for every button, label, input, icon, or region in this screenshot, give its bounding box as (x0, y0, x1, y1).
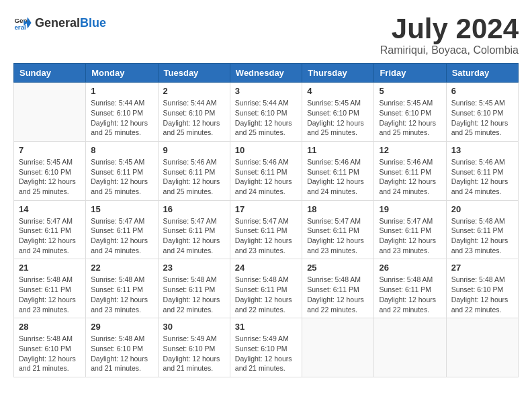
calendar-cell: 24Sunrise: 5:48 AMSunset: 6:11 PMDayligh… (230, 259, 302, 318)
day-info: Sunrise: 5:48 AMSunset: 6:11 PMDaylight:… (307, 275, 369, 314)
calendar-cell: 23Sunrise: 5:48 AMSunset: 6:11 PMDayligh… (158, 259, 230, 318)
weekday-header-friday: Friday (374, 64, 446, 83)
day-info: Sunrise: 5:48 AMSunset: 6:11 PMDaylight:… (379, 275, 441, 314)
calendar-cell: 6Sunrise: 5:45 AMSunset: 6:10 PMDaylight… (446, 83, 518, 142)
calendar-cell: 22Sunrise: 5:48 AMSunset: 6:11 PMDayligh… (86, 259, 158, 318)
location-subtitle: Ramiriqui, Boyaca, Colombia (380, 44, 519, 56)
calendar-cell: 2Sunrise: 5:44 AMSunset: 6:10 PMDaylight… (158, 83, 230, 142)
calendar-header-row: SundayMondayTuesdayWednesdayThursdayFrid… (14, 64, 519, 83)
calendar-cell: 7Sunrise: 5:45 AMSunset: 6:10 PMDaylight… (14, 141, 86, 200)
day-number: 10 (235, 145, 297, 155)
weekday-header-wednesday: Wednesday (230, 64, 302, 83)
calendar-cell: 26Sunrise: 5:48 AMSunset: 6:11 PMDayligh… (374, 259, 446, 318)
day-number: 22 (91, 263, 152, 273)
page-header: Gen eral GeneralBlue July 2024 Ramiriqui… (13, 13, 519, 56)
calendar-week-row: 21Sunrise: 5:48 AMSunset: 6:11 PMDayligh… (14, 259, 519, 318)
calendar-cell (446, 318, 518, 377)
day-info: Sunrise: 5:44 AMSunset: 6:10 PMDaylight:… (163, 98, 225, 138)
calendar-cell: 15Sunrise: 5:47 AMSunset: 6:11 PMDayligh… (86, 200, 158, 259)
calendar-cell: 25Sunrise: 5:48 AMSunset: 6:11 PMDayligh… (302, 259, 374, 318)
day-info: Sunrise: 5:45 AMSunset: 6:10 PMDaylight:… (379, 98, 441, 138)
day-info: Sunrise: 5:47 AMSunset: 6:11 PMDaylight:… (163, 216, 225, 256)
calendar-week-row: 7Sunrise: 5:45 AMSunset: 6:10 PMDaylight… (14, 141, 519, 200)
calendar-cell: 11Sunrise: 5:46 AMSunset: 6:11 PMDayligh… (302, 141, 374, 200)
calendar-table: SundayMondayTuesdayWednesdayThursdayFrid… (13, 63, 519, 377)
day-number: 29 (91, 322, 152, 332)
weekday-header-sunday: Sunday (14, 64, 86, 83)
day-number: 7 (19, 145, 81, 155)
day-number: 21 (19, 263, 81, 273)
day-number: 16 (163, 204, 225, 214)
calendar-week-row: 28Sunrise: 5:48 AMSunset: 6:10 PMDayligh… (14, 318, 519, 377)
weekday-header-monday: Monday (86, 64, 158, 83)
day-info: Sunrise: 5:45 AMSunset: 6:10 PMDaylight:… (451, 98, 513, 138)
day-number: 14 (19, 204, 81, 214)
day-info: Sunrise: 5:47 AMSunset: 6:11 PMDaylight:… (235, 216, 297, 256)
calendar-cell: 8Sunrise: 5:45 AMSunset: 6:11 PMDaylight… (86, 141, 158, 200)
calendar-cell: 20Sunrise: 5:48 AMSunset: 6:11 PMDayligh… (446, 200, 518, 259)
main-title: July 2024 (380, 13, 519, 44)
calendar-cell: 5Sunrise: 5:45 AMSunset: 6:10 PMDaylight… (374, 83, 446, 142)
day-info: Sunrise: 5:44 AMSunset: 6:10 PMDaylight:… (91, 98, 152, 138)
day-info: Sunrise: 5:47 AMSunset: 6:11 PMDaylight:… (307, 216, 369, 256)
calendar-cell: 16Sunrise: 5:47 AMSunset: 6:11 PMDayligh… (158, 200, 230, 259)
day-info: Sunrise: 5:48 AMSunset: 6:11 PMDaylight:… (451, 216, 513, 256)
day-info: Sunrise: 5:46 AMSunset: 6:11 PMDaylight:… (379, 157, 441, 197)
day-info: Sunrise: 5:48 AMSunset: 6:10 PMDaylight:… (91, 334, 152, 373)
calendar-cell: 21Sunrise: 5:48 AMSunset: 6:11 PMDayligh… (14, 259, 86, 318)
calendar-cell: 10Sunrise: 5:46 AMSunset: 6:11 PMDayligh… (230, 141, 302, 200)
calendar-cell (14, 83, 86, 142)
day-number: 13 (451, 145, 513, 155)
logo-general-text: GeneralBlue (35, 16, 106, 30)
day-number: 26 (379, 263, 441, 273)
calendar-cell: 28Sunrise: 5:48 AMSunset: 6:10 PMDayligh… (14, 318, 86, 377)
calendar-cell: 27Sunrise: 5:48 AMSunset: 6:10 PMDayligh… (446, 259, 518, 318)
day-info: Sunrise: 5:48 AMSunset: 6:10 PMDaylight:… (19, 334, 81, 373)
logo: Gen eral GeneralBlue (13, 13, 106, 32)
day-info: Sunrise: 5:47 AMSunset: 6:11 PMDaylight:… (19, 216, 81, 256)
day-number: 17 (235, 204, 297, 214)
day-number: 4 (307, 86, 369, 96)
weekday-header-thursday: Thursday (302, 64, 374, 83)
day-number: 25 (307, 263, 369, 273)
calendar-cell: 29Sunrise: 5:48 AMSunset: 6:10 PMDayligh… (86, 318, 158, 377)
day-info: Sunrise: 5:45 AMSunset: 6:11 PMDaylight:… (91, 157, 152, 197)
day-number: 24 (235, 263, 297, 273)
day-number: 30 (163, 322, 225, 332)
day-info: Sunrise: 5:48 AMSunset: 6:11 PMDaylight:… (19, 275, 81, 314)
calendar-cell: 18Sunrise: 5:47 AMSunset: 6:11 PMDayligh… (302, 200, 374, 259)
day-number: 15 (91, 204, 152, 214)
day-number: 28 (19, 322, 81, 332)
day-number: 9 (163, 145, 225, 155)
calendar-cell: 3Sunrise: 5:44 AMSunset: 6:10 PMDaylight… (230, 83, 302, 142)
day-number: 12 (379, 145, 441, 155)
day-number: 19 (379, 204, 441, 214)
weekday-header-tuesday: Tuesday (158, 64, 230, 83)
calendar-cell: 31Sunrise: 5:49 AMSunset: 6:10 PMDayligh… (230, 318, 302, 377)
day-info: Sunrise: 5:48 AMSunset: 6:10 PMDaylight:… (451, 275, 513, 314)
day-info: Sunrise: 5:46 AMSunset: 6:11 PMDaylight:… (235, 157, 297, 197)
day-info: Sunrise: 5:45 AMSunset: 6:10 PMDaylight:… (19, 157, 81, 197)
day-number: 6 (451, 86, 513, 96)
calendar-cell (374, 318, 446, 377)
day-info: Sunrise: 5:44 AMSunset: 6:10 PMDaylight:… (235, 98, 297, 138)
weekday-header-saturday: Saturday (446, 64, 518, 83)
day-number: 5 (379, 86, 441, 96)
day-number: 23 (163, 263, 225, 273)
calendar-cell: 17Sunrise: 5:47 AMSunset: 6:11 PMDayligh… (230, 200, 302, 259)
day-number: 2 (163, 86, 225, 96)
day-info: Sunrise: 5:48 AMSunset: 6:11 PMDaylight:… (163, 275, 225, 314)
logo-icon: Gen eral (13, 13, 32, 32)
calendar-cell (302, 318, 374, 377)
day-info: Sunrise: 5:47 AMSunset: 6:11 PMDaylight:… (379, 216, 441, 256)
calendar-cell: 4Sunrise: 5:45 AMSunset: 6:10 PMDaylight… (302, 83, 374, 142)
day-number: 27 (451, 263, 513, 273)
day-number: 3 (235, 86, 297, 96)
day-info: Sunrise: 5:49 AMSunset: 6:10 PMDaylight:… (235, 334, 297, 373)
calendar-cell: 12Sunrise: 5:46 AMSunset: 6:11 PMDayligh… (374, 141, 446, 200)
day-number: 20 (451, 204, 513, 214)
calendar-cell: 1Sunrise: 5:44 AMSunset: 6:10 PMDaylight… (86, 83, 158, 142)
day-number: 8 (91, 145, 152, 155)
day-number: 1 (91, 86, 152, 96)
day-info: Sunrise: 5:45 AMSunset: 6:10 PMDaylight:… (307, 98, 369, 138)
